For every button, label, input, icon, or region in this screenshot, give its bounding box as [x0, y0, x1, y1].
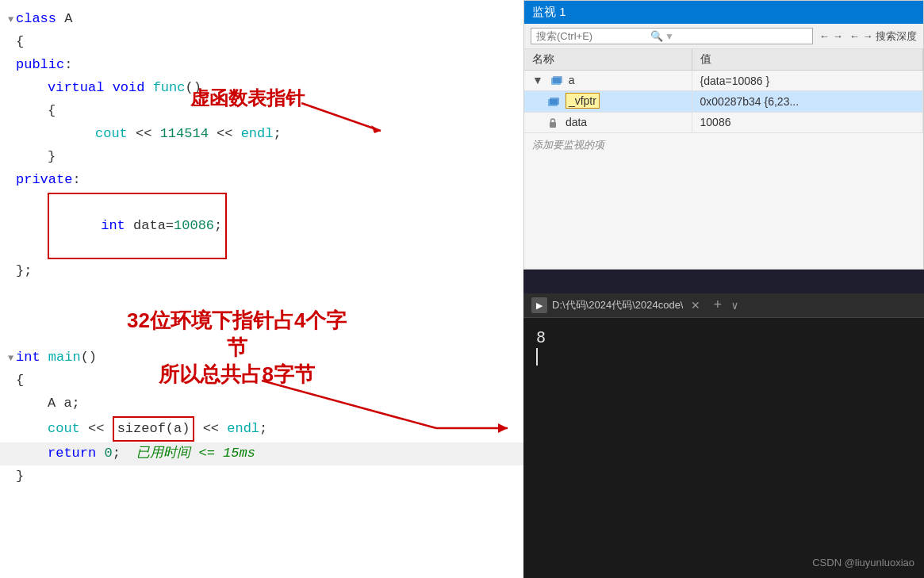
fold-14: [8, 394, 16, 415]
terminal-tab[interactable]: ▶ D:\代码\2024代码\2024code\ ✕: [531, 297, 700, 313]
annotation-vftable: 虚函数表指针: [190, 86, 305, 110]
keyword-int: int: [101, 218, 133, 233]
code-line-7: }: [0, 146, 523, 169]
fold-15: [8, 419, 16, 440]
fold-10: [8, 262, 16, 282]
number-0: 0: [104, 443, 112, 464]
code-editor: ▼ class A { public: virtual void func() …: [0, 0, 523, 578]
fold-2: [8, 33, 16, 53]
terminal-body: 8: [523, 318, 924, 375]
fold-4: [8, 78, 16, 99]
code-line-9: int data=10086;: [0, 192, 523, 260]
keyword-public: public: [16, 55, 64, 75]
keyword-void: void: [113, 78, 153, 98]
search-input[interactable]: [536, 30, 647, 42]
var-data: data=: [133, 218, 174, 233]
code-line-15: cout << sizeof(a) << endl;: [0, 415, 523, 442]
keyword-int-main: int: [16, 347, 48, 368]
watch-panel: 监视 1 🔍 ▼ ← → ← → 搜索深度 名称 值 ▼: [523, 0, 924, 270]
code-line-6: cout << 114514 << endl;: [0, 123, 523, 146]
code-line-16: return 0; 已用时间 <= 15ms: [0, 442, 523, 465]
terminal-tab-label: D:\代码\2024代码\2024code\: [552, 298, 683, 312]
terminal-icon: ▶: [531, 297, 547, 313]
code-line-3: public:: [0, 54, 523, 77]
watermark: CSDN @liuyunluoxiao: [812, 557, 914, 568]
watch-row-vfptr-value: 0x00287b34 {6,23...: [692, 91, 922, 112]
time-comment: 已用时间 <= 15ms: [121, 443, 255, 464]
class-name: A: [64, 9, 72, 29]
watch-table-header: 名称 值: [524, 49, 923, 71]
code-line-17: }: [0, 465, 523, 488]
cout2: cout: [48, 419, 80, 439]
add-watch[interactable]: 添加要监视的项: [524, 133, 923, 157]
code-line-10: };: [0, 260, 523, 283]
search-box[interactable]: 🔍 ▼: [531, 28, 813, 44]
terminal-chevron-icon[interactable]: ∨: [731, 299, 738, 312]
cout: cout: [95, 124, 128, 144]
terminal-titlebar: ▶ D:\代码\2024代码\2024code\ ✕ + ∨: [523, 293, 924, 318]
fold-16: [8, 444, 16, 465]
terminal-output: 8: [536, 327, 546, 346]
keyword-private: private: [16, 170, 72, 190]
expand-icon-a[interactable]: ▼: [532, 74, 543, 86]
code-line-8: private:: [0, 169, 523, 192]
terminal-add-button[interactable]: +: [713, 297, 722, 313]
watch-table: 名称 值 ▼ a {data=10086 }: [524, 49, 923, 133]
code-line-14: A a;: [0, 392, 523, 415]
stmt-a-a: A a;: [48, 393, 80, 414]
nav-arrows: ← → ← → 搜索深度: [819, 29, 917, 44]
fold-13: [8, 371, 16, 392]
redbox-sizeof: sizeof(a): [113, 416, 195, 442]
redbox-data: int data=10086;: [48, 193, 227, 259]
lock-icon-data: [546, 117, 559, 129]
watch-toolbar[interactable]: 🔍 ▼ ← → ← → 搜索深度: [524, 24, 923, 49]
col-name: 名称: [524, 49, 692, 71]
dropdown-arrow[interactable]: ▼: [665, 31, 674, 42]
endl2: endl: [227, 419, 259, 439]
forward-arrow-icon[interactable]: →: [833, 30, 843, 42]
keyword-class: class: [16, 9, 64, 29]
search-icon: 🔍: [650, 30, 663, 42]
fold-9: [8, 196, 16, 216]
svg-rect-9: [550, 122, 556, 128]
number-114514: 114514: [160, 124, 209, 144]
watch-row-vfptr[interactable]: _vfptr 0x00287b34 {6,23...: [524, 91, 923, 112]
fold-6: [8, 124, 16, 145]
vfptr-label: _vfptr: [566, 93, 600, 109]
svg-rect-8: [550, 98, 559, 105]
terminal-close-button[interactable]: ✕: [691, 299, 700, 312]
fold-8: [8, 170, 16, 191]
fold-1: ▼: [8, 10, 16, 30]
watch-row-a[interactable]: ▼ a {data=10086 }: [524, 71, 923, 91]
watch-row-vfptr-name: _vfptr: [524, 91, 692, 112]
watch-row-data[interactable]: data 10086: [524, 112, 923, 132]
cube-icon-a: [550, 75, 562, 87]
keyword-return: return: [48, 443, 104, 464]
back-arrow-icon[interactable]: ←: [819, 30, 830, 42]
keyword-virtual: virtual: [48, 78, 113, 98]
cube-icon-vfptr: [546, 96, 559, 109]
annotation-size32: 32位环境下指针占4个字 节 所以总共占8字节: [127, 308, 347, 388]
terminal-panel: ▶ D:\代码\2024代码\2024code\ ✕ + ∨ 8: [523, 293, 924, 578]
fold-3: [8, 56, 16, 76]
fold-11: [8, 285, 16, 305]
main-func: main: [48, 347, 81, 368]
svg-rect-6: [553, 76, 562, 83]
fold-5: [8, 101, 16, 122]
watch-row-data-name: data: [524, 112, 692, 132]
fold-7: [8, 147, 16, 168]
col-value: 值: [692, 49, 922, 71]
terminal-cursor: [536, 348, 538, 366]
fold-17: [8, 467, 16, 488]
code-line-1: ▼ class A: [0, 8, 523, 31]
endl: endl: [241, 124, 274, 144]
code-line-2: {: [0, 31, 523, 54]
watch-row-a-value: {data=10086 }: [692, 71, 922, 91]
number-10086: 10086: [174, 218, 214, 233]
watch-row-data-value: 10086: [692, 112, 922, 132]
watch-row-a-name: ▼ a: [524, 71, 692, 91]
fold-12: ▼: [8, 348, 16, 369]
func-name: func: [153, 78, 186, 98]
watch-titlebar: 监视 1: [524, 1, 923, 24]
